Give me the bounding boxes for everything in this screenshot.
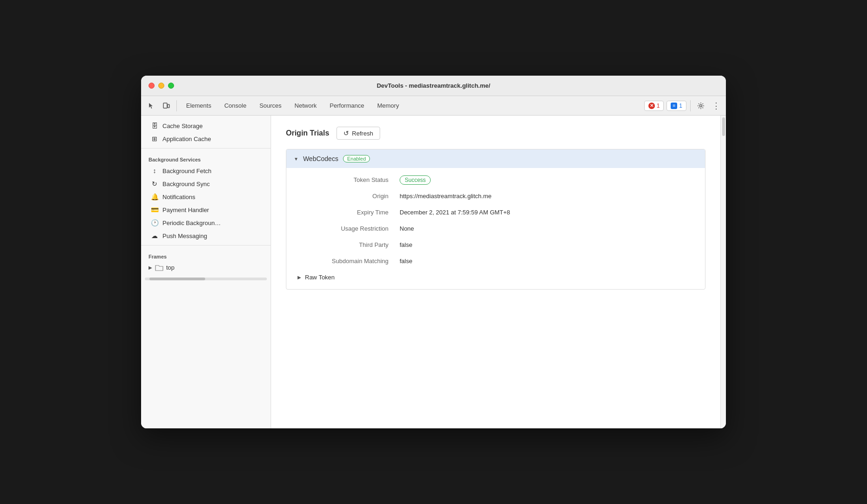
error-count: 1 [657, 103, 660, 109]
raw-token-arrow-icon: ▶ [298, 275, 301, 280]
sidebar: 🗄 Cache Storage ⊞ Application Cache Back… [141, 116, 271, 428]
svg-point-2 [700, 104, 702, 107]
folder-icon [155, 264, 163, 271]
minimize-button[interactable] [158, 83, 164, 89]
maximize-button[interactable] [168, 83, 174, 89]
usage-restriction-value: None [400, 225, 694, 232]
settings-button[interactable] [694, 99, 707, 112]
sidebar-scrollbar-area [141, 274, 271, 282]
sidebar-item-cache-storage-label: Cache Storage [162, 123, 203, 129]
tab-console[interactable]: Console [219, 99, 252, 112]
success-badge: Success [400, 175, 431, 185]
background-fetch-icon: ↕ [150, 167, 159, 174]
sidebar-item-payment-handler-label: Payment Handler [162, 207, 209, 213]
token-status-label: Token Status [298, 176, 400, 183]
notifications-icon: 🔔 [150, 193, 159, 200]
frames-header: Frames [141, 248, 271, 261]
sidebar-item-push-messaging[interactable]: ☁ Push Messaging [141, 229, 271, 242]
push-messaging-icon: ☁ [150, 232, 159, 239]
background-services-header: Background Services [141, 151, 271, 164]
tab-performance[interactable]: Performance [324, 99, 369, 112]
raw-token-row[interactable]: ▶ Raw Token [286, 269, 705, 285]
cursor-icon [148, 102, 155, 110]
panel-title: Origin Trials [286, 129, 329, 137]
info-row-origin: Origin https://mediastreamtrack.glitch.m… [286, 188, 705, 204]
info-badge-button[interactable]: ≡ 1 [666, 101, 686, 111]
sidebar-divider-1 [141, 148, 271, 149]
info-icon: ≡ [671, 103, 677, 109]
background-sync-icon: ↻ [150, 180, 159, 187]
tab-network[interactable]: Network [289, 99, 323, 112]
sidebar-item-background-fetch[interactable]: ↕ Background Fetch [141, 164, 271, 177]
device-icon [162, 102, 170, 110]
svg-rect-0 [163, 103, 167, 108]
right-scrollbar-thumb[interactable] [722, 117, 725, 136]
main-panel: Origin Trials ↺ Refresh ▼ WebCodecs Enab… [271, 116, 720, 428]
info-row-expiry: Expiry Time December 2, 2021 at 7:59:59 … [286, 204, 705, 220]
toolbar-separator-1 [176, 100, 177, 111]
sidebar-item-periodic-background-label: Periodic Backgroun… [162, 220, 221, 226]
trial-row: ▼ WebCodecs Enabled Token Status Success [286, 149, 705, 290]
origin-label: Origin [298, 193, 400, 200]
tab-memory[interactable]: Memory [372, 99, 405, 112]
sidebar-item-periodic-background[interactable]: 🕐 Periodic Backgroun… [141, 216, 271, 229]
right-scrollbar[interactable] [720, 116, 726, 428]
info-row-third-party: Third Party false [286, 237, 705, 253]
more-options-button[interactable]: ⋮ [709, 99, 722, 112]
sidebar-item-notifications[interactable]: 🔔 Notifications [141, 190, 271, 203]
trial-name: WebCodecs [303, 155, 338, 162]
devtools-window: DevTools - mediastreamtrack.glitch.me/ E… [141, 76, 726, 428]
expiry-label: Expiry Time [298, 209, 400, 216]
periodic-background-icon: 🕐 [150, 219, 159, 226]
toolbar-separator-2 [690, 100, 691, 111]
subdomain-matching-label: Subdomain Matching [298, 258, 400, 265]
svg-rect-1 [168, 104, 169, 108]
traffic-lights [149, 83, 174, 89]
sidebar-item-background-sync-label: Background Sync [162, 181, 210, 187]
sidebar-item-frames-top[interactable]: ▶ top [141, 261, 271, 274]
refresh-icon: ↺ [343, 129, 349, 137]
usage-restriction-label: Usage Restriction [298, 225, 400, 232]
info-row-usage-restriction: Usage Restriction None [286, 220, 705, 237]
application-cache-icon: ⊞ [150, 135, 159, 142]
raw-token-label: Raw Token [305, 274, 335, 281]
info-row-subdomain-matching: Subdomain Matching false [286, 253, 705, 269]
window-title: DevTools - mediastreamtrack.glitch.me/ [377, 82, 491, 89]
expiry-value: December 2, 2021 at 7:59:59 AM GMT+8 [400, 209, 694, 216]
sidebar-item-background-fetch-label: Background Fetch [162, 168, 212, 174]
trial-collapse-arrow: ▼ [294, 156, 298, 162]
titlebar: DevTools - mediastreamtrack.glitch.me/ [141, 76, 726, 96]
sidebar-item-frames-top-label: top [166, 264, 175, 271]
sidebar-item-payment-handler[interactable]: 💳 Payment Handler [141, 203, 271, 216]
panel-header: Origin Trials ↺ Refresh [286, 127, 705, 140]
cache-storage-icon: 🗄 [150, 122, 159, 129]
sidebar-item-push-messaging-label: Push Messaging [162, 233, 207, 239]
info-count: 1 [679, 103, 682, 109]
subdomain-matching-value: false [400, 258, 694, 265]
sidebar-scrollbar-thumb[interactable] [149, 278, 205, 280]
tab-elements[interactable]: Elements [181, 99, 217, 112]
third-party-value: false [400, 241, 694, 248]
devtools-body: 🗄 Cache Storage ⊞ Application Cache Back… [141, 116, 726, 428]
tab-sources[interactable]: Sources [254, 99, 287, 112]
select-tool-button[interactable] [145, 99, 158, 112]
sidebar-item-cache-storage[interactable]: 🗄 Cache Storage [141, 119, 271, 132]
close-button[interactable] [149, 83, 155, 89]
info-row-token-status: Token Status Success [286, 172, 705, 188]
third-party-label: Third Party [298, 241, 400, 248]
error-badge-button[interactable]: ✕ 1 [644, 101, 664, 111]
enabled-badge: Enabled [343, 155, 370, 162]
sidebar-item-background-sync[interactable]: ↻ Background Sync [141, 177, 271, 190]
origin-value: https://mediastreamtrack.glitch.me [400, 193, 694, 200]
device-toggle-button[interactable] [160, 99, 173, 112]
gear-icon [697, 102, 705, 110]
frame-arrow-icon: ▶ [149, 265, 152, 270]
token-status-value: Success [400, 176, 694, 183]
sidebar-item-application-cache-label: Application Cache [162, 136, 211, 142]
sidebar-scrollbar-track[interactable] [145, 278, 267, 280]
sidebar-item-application-cache[interactable]: ⊞ Application Cache [141, 132, 271, 145]
sidebar-item-notifications-label: Notifications [162, 194, 195, 200]
trial-header[interactable]: ▼ WebCodecs Enabled [286, 149, 705, 168]
error-icon: ✕ [648, 103, 655, 109]
refresh-button[interactable]: ↺ Refresh [336, 127, 380, 140]
